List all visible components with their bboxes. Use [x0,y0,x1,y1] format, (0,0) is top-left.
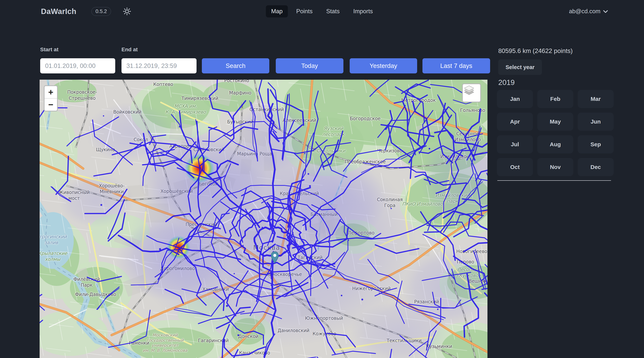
month-button-jun[interactable]: Jun [578,113,614,131]
zoom-out-button[interactable]: − [44,99,57,111]
map-marker-pin[interactable] [271,251,279,264]
start-at-input[interactable] [40,58,115,73]
year-heading: 2019 [498,78,515,87]
user-email: ab@cd.com [569,8,600,15]
map-tracks-layer [40,80,488,358]
sun-icon[interactable] [123,7,131,15]
last-7-days-button[interactable]: Last 7 days [422,58,490,73]
map-canvas[interactable]: РостокиноКоптевоМарфиноТимирязевскийПокр… [40,80,488,358]
search-button[interactable]: Search [202,58,269,73]
month-button-oct[interactable]: Oct [497,158,533,176]
chevron-down-icon [603,8,608,15]
main-nav: MapPointsStatsImports [266,5,378,17]
zoom-control: + − [44,85,58,111]
select-year-button[interactable]: Select year [498,59,542,75]
end-at-label: End at [122,46,138,53]
yesterday-button[interactable]: Yesterday [350,58,417,73]
month-button-sep[interactable]: Sep [578,135,614,154]
month-button-dec[interactable]: Dec [578,158,614,176]
month-button-feb[interactable]: Feb [537,90,573,108]
today-button[interactable]: Today [276,58,344,73]
layers-control[interactable] [462,83,481,102]
end-at-input[interactable] [122,58,196,73]
user-menu-dropdown[interactable]: ab@cd.com [569,8,608,15]
zoom-in-button[interactable]: + [44,86,57,98]
start-at-label: Start at [40,46,58,53]
month-button-nov[interactable]: Nov [537,158,573,176]
nav-item-map[interactable]: Map [266,5,288,17]
month-grid: JanFebMarAprMayJunJulAugSepOctNovDec [497,90,614,176]
month-button-may[interactable]: May [537,113,573,131]
month-button-aug[interactable]: Aug [537,135,573,154]
distance-stats: 80595.6 km (24622 points) [498,47,573,54]
month-button-mar[interactable]: Mar [578,90,614,108]
version-badge: 0.5.2 [91,7,111,16]
top-navbar: DaWarIch 0.5.2 MapPointsStatsImports ab@… [0,0,644,23]
nav-item-stats[interactable]: Stats [321,5,345,17]
app-logo[interactable]: DaWarIch [41,7,76,16]
month-button-apr[interactable]: Apr [497,113,533,131]
sidebar-divider [497,180,611,181]
month-button-jan[interactable]: Jan [497,90,533,108]
nav-item-imports[interactable]: Imports [348,5,378,17]
month-button-jul[interactable]: Jul [497,135,533,154]
nav-item-points[interactable]: Points [291,5,318,17]
dawarich-app: DaWarIch 0.5.2 MapPointsStatsImports ab@… [0,0,644,358]
